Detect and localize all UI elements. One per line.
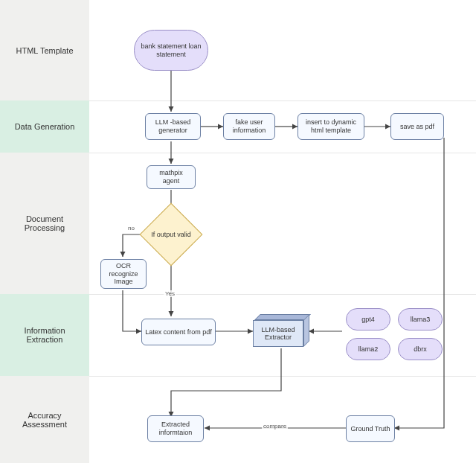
node-llama2: llama2 xyxy=(346,338,390,360)
lane-data-generation: Data Generation xyxy=(0,100,89,153)
lane-divider xyxy=(89,376,476,377)
lane-html-template: HTML Template xyxy=(0,0,89,100)
node-latex-content: Latex content from pdf xyxy=(141,319,216,345)
swimlane-labels: HTML Template Data Generation Document P… xyxy=(0,0,89,463)
edge-label-yes: Yes xyxy=(164,290,176,297)
node-start: bank statement loan statement xyxy=(134,30,208,71)
node-fake-user-info: fake user information xyxy=(223,113,275,140)
edge-label-compare: compare xyxy=(262,423,288,430)
lane-information-extraction: Information Extraction xyxy=(0,294,89,376)
node-mathpix-agent: mathpix agent xyxy=(147,165,196,189)
node-insert-template: insert to dynamic html template xyxy=(298,113,364,140)
node-llm-generator: LLM -based generator xyxy=(145,113,201,140)
node-if-valid: If output valid xyxy=(145,212,197,257)
lane-divider xyxy=(89,100,476,101)
lane-accuracy-assessment: Accuracy Assessment xyxy=(0,376,89,463)
lane-divider xyxy=(89,153,476,153)
edge-label-no: no xyxy=(126,225,136,232)
node-llm-extractor-label: LLM-based Extractor xyxy=(253,320,303,347)
node-ground-truth: Ground Truth xyxy=(346,415,395,442)
node-if-valid-label: If output valid xyxy=(145,231,197,238)
lane-document-processing: Document Processing xyxy=(0,153,89,294)
node-ocr: OCR recognize Image xyxy=(100,259,147,289)
lane-divider xyxy=(89,294,476,295)
node-gpt4: gpt4 xyxy=(346,308,390,331)
flowchart-canvas: HTML Template Data Generation Document P… xyxy=(0,0,476,463)
node-dbrx: dbrx xyxy=(398,338,443,360)
node-save-pdf: save as pdf xyxy=(390,113,444,140)
node-extracted-info: Extracted informtaion xyxy=(147,415,204,442)
node-llm-extractor: LLM-based Extractor xyxy=(253,320,303,347)
node-llama3: llama3 xyxy=(398,308,443,331)
